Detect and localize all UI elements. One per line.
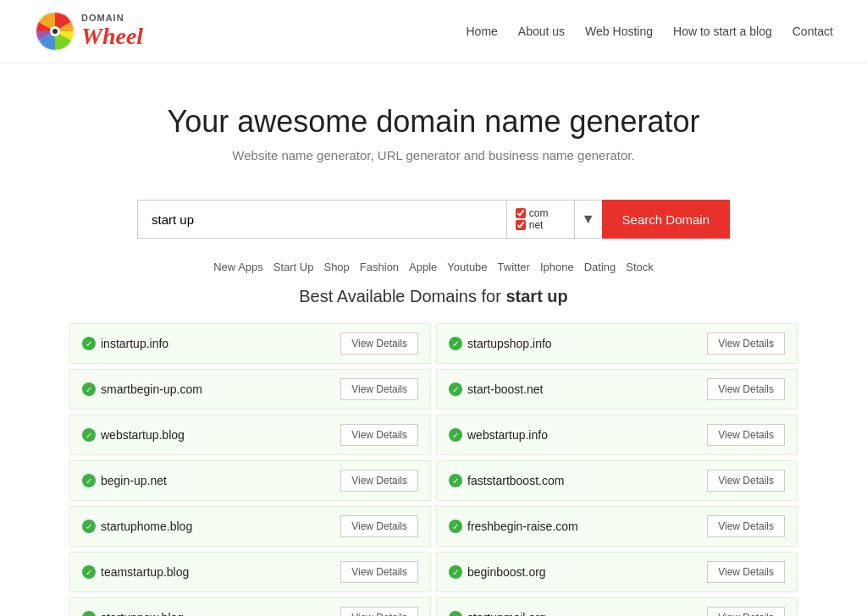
available-icon [82, 382, 96, 396]
tag-apple[interactable]: Apple [409, 261, 437, 273]
nav-contact[interactable]: Contact [792, 25, 833, 38]
tag-shop[interactable]: Shop [323, 261, 349, 273]
domain-name: startupshop.info [449, 337, 552, 350]
tld-com-label: com [529, 207, 549, 219]
domain-row: webstartup.info View Details [436, 415, 798, 455]
tld-dropdown[interactable]: ▼ [574, 200, 602, 239]
hero-section: Your awesome domain name generator Websi… [0, 63, 867, 183]
available-icon [82, 565, 96, 579]
results-grid: instartup.info View Details startupshop.… [69, 323, 798, 616]
tag-iphone[interactable]: Iphone [540, 261, 574, 273]
domain-row: startuphome.blog View Details [69, 506, 431, 547]
domain-name: faststartboost.com [449, 474, 564, 487]
domain-row: webstartup.blog View Details [69, 415, 431, 455]
view-details-button[interactable]: View Details [707, 515, 785, 537]
domain-row: begin-up.net View Details [69, 460, 431, 501]
search-input[interactable] [137, 200, 506, 239]
tld-com-checkbox[interactable] [516, 208, 526, 218]
tag-start-up[interactable]: Start Up [273, 261, 314, 273]
view-details-button[interactable]: View Details [340, 561, 418, 583]
available-icon [82, 337, 96, 350]
view-details-button[interactable]: View Details [707, 470, 785, 492]
view-details-button[interactable]: View Details [707, 378, 785, 400]
domain-row: freshbegin-raise.com View Details [436, 506, 798, 547]
available-icon [82, 474, 96, 487]
domain-name: beginboost.org [449, 565, 546, 579]
available-icon [449, 565, 462, 579]
domain-row: instartup.info View Details [69, 323, 431, 364]
search-wrapper: com net ▼ Search Domain [137, 200, 730, 239]
domain-name: teamstartup.blog [82, 565, 189, 579]
results-section: Best Available Domains for start up inst… [52, 287, 815, 616]
svg-point-2 [52, 29, 58, 34]
view-details-button[interactable]: View Details [340, 515, 418, 537]
tld-net-label: net [529, 219, 544, 231]
view-details-button[interactable]: View Details [340, 424, 418, 446]
domain-name: smartbegin-up.com [82, 382, 202, 396]
tag-links: New Apps Start Up Shop Fashion Apple You… [0, 256, 867, 287]
tag-twitter[interactable]: Twitter [498, 261, 530, 273]
available-icon [449, 428, 462, 442]
domain-row: startupshop.info View Details [436, 323, 798, 364]
available-icon [449, 520, 462, 533]
logo-domain-text: DOMAIN [81, 14, 143, 23]
domain-name: begin-up.net [82, 474, 167, 487]
available-icon [449, 337, 462, 350]
domain-name: startupnow.blog [82, 611, 184, 616]
tag-dating[interactable]: Dating [584, 261, 616, 273]
view-details-button[interactable]: View Details [340, 607, 418, 616]
view-details-button[interactable]: View Details [707, 607, 785, 616]
domain-row: startupmail.org View Details [436, 597, 798, 616]
search-button[interactable]: Search Domain [602, 200, 730, 239]
tld-net-checkbox[interactable] [516, 220, 526, 230]
logo: DOMAIN Wheel [34, 10, 143, 52]
view-details-button[interactable]: View Details [340, 378, 418, 400]
search-section: com net ▼ Search Domain [0, 183, 867, 256]
nav-about[interactable]: About us [518, 25, 565, 38]
domain-name: freshbegin-raise.com [449, 520, 578, 533]
nav-hosting[interactable]: Web Hosting [585, 25, 653, 38]
main-nav: Home About us Web Hosting How to start a… [466, 25, 833, 38]
available-icon [449, 474, 462, 487]
nav-home[interactable]: Home [466, 25, 497, 38]
view-details-button[interactable]: View Details [340, 333, 418, 355]
results-title: Best Available Domains for start up [69, 287, 798, 306]
available-icon [82, 611, 96, 616]
tld-com-row[interactable]: com [516, 207, 566, 219]
view-details-button[interactable]: View Details [707, 561, 785, 583]
header: DOMAIN Wheel Home About us Web Hosting H… [0, 0, 867, 63]
nav-blog[interactable]: How to start a blog [673, 25, 772, 38]
tld-net-row[interactable]: net [516, 219, 566, 231]
logo-icon [34, 10, 76, 52]
domain-row: teamstartup.blog View Details [69, 552, 431, 592]
tag-new-apps[interactable]: New Apps [213, 261, 263, 273]
domain-name: webstartup.info [449, 428, 548, 442]
domain-row: startupnow.blog View Details [69, 597, 431, 616]
domain-row: faststartboost.com View Details [436, 460, 798, 501]
view-details-button[interactable]: View Details [707, 333, 785, 355]
tld-options: com net [506, 200, 574, 239]
tag-stock[interactable]: Stock [626, 261, 654, 273]
domain-row: start-boost.net View Details [436, 369, 798, 410]
logo-wheel-text: Wheel [81, 23, 143, 49]
hero-title: Your awesome domain name generator [17, 104, 850, 140]
tag-fashion[interactable]: Fashion [360, 261, 399, 273]
view-details-button[interactable]: View Details [340, 470, 418, 492]
domain-name: webstartup.blog [82, 428, 185, 442]
domain-name: startuphome.blog [82, 520, 192, 533]
available-icon [449, 611, 462, 616]
available-icon [82, 428, 96, 442]
domain-name: start-boost.net [449, 382, 544, 396]
domain-name: startupmail.org [449, 611, 546, 616]
tag-youtube[interactable]: Youtube [447, 261, 487, 273]
domain-name: instartup.info [82, 337, 168, 350]
domain-row: beginboost.org View Details [436, 552, 798, 592]
available-icon [82, 520, 96, 533]
hero-subtitle: Website name generator, URL generator an… [17, 148, 850, 162]
view-details-button[interactable]: View Details [707, 424, 785, 446]
domain-row: smartbegin-up.com View Details [69, 369, 431, 410]
available-icon [449, 382, 462, 396]
